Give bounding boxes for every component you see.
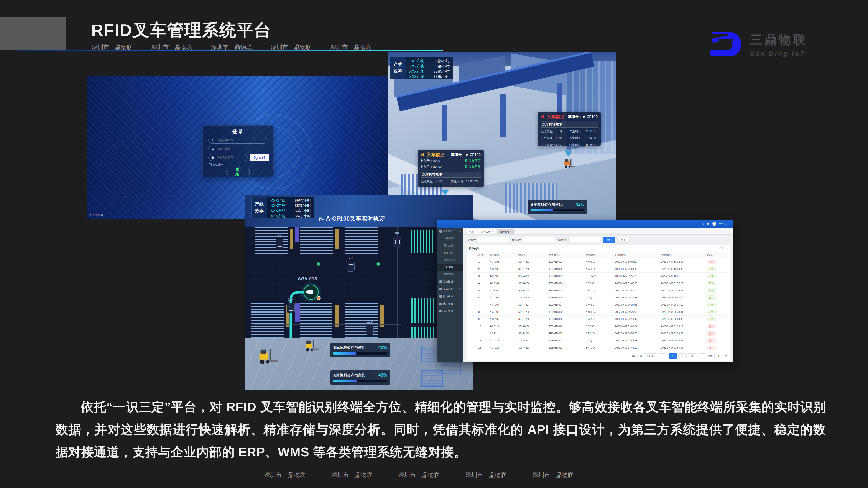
page-button[interactable]: 1 <box>669 353 677 359</box>
username-field[interactable] <box>208 137 267 143</box>
reset-button[interactable]: 重置 <box>617 237 629 243</box>
login-card: 登录 5y8H 记住密码 登录 <box>203 125 274 177</box>
table-row[interactable]: 3 A-CF103 SD-R4203 E280116003 B库位-03 202… <box>469 273 728 280</box>
status-badge: 正常 <box>707 302 716 307</box>
close-icon[interactable]: × <box>510 231 512 233</box>
page-button[interactable]: 2 <box>678 353 687 359</box>
pin-icon <box>465 159 467 162</box>
sidebar-group[interactable]: 数据看板 ﹀ <box>437 293 463 300</box>
search-button[interactable]: 查询 <box>603 237 615 243</box>
page-size-select[interactable]: 10条/页 ▾ <box>644 353 657 359</box>
row-checkbox[interactable] <box>470 274 470 278</box>
chevron-down-icon: ﹀ <box>459 310 461 313</box>
password-input[interactable] <box>216 147 250 151</box>
captcha-field[interactable] <box>208 154 248 161</box>
path-node[interactable]: 70 <box>347 262 354 271</box>
watermark-link[interactable]: 深圳市三鼎物联 <box>398 471 439 480</box>
table-row[interactable]: 5 A-CF105 SD-R4205 E280116005 A库位-05 202… <box>469 287 728 294</box>
chevron-down-icon[interactable]: ▾ <box>729 223 731 225</box>
path-node[interactable]: 114 <box>287 303 295 313</box>
watermark-link[interactable]: 深圳市三鼎物联 <box>465 471 506 480</box>
remember-password[interactable]: 记住密码 <box>209 163 223 167</box>
row-checkbox[interactable] <box>470 332 470 335</box>
bell-icon[interactable] <box>707 222 710 226</box>
path-node[interactable]: 98 <box>276 239 283 249</box>
login-button[interactable]: 登录 <box>225 168 251 175</box>
path-node[interactable]: 60 <box>393 237 401 247</box>
row-checkbox[interactable] <box>470 311 470 314</box>
sidebar-subitem[interactable]: 参数配置 <box>437 271 463 278</box>
table-row[interactable]: 9 A-CF109 SD-R4209 E280116009 C库位-01 202… <box>469 316 728 323</box>
sidebar-subitem[interactable]: 设备总览 <box>437 235 463 242</box>
sidebar-subitem[interactable]: 标签管理 <box>437 249 463 256</box>
row-checkbox[interactable] <box>470 296 470 299</box>
tab[interactable]: 首页 <box>465 229 477 234</box>
agv-marker[interactable] <box>303 285 318 300</box>
row-checkbox[interactable] <box>470 318 470 321</box>
chevron-down-icon: ﹀ <box>459 302 461 305</box>
captcha-input[interactable] <box>216 156 250 159</box>
prev-page-button[interactable]: ‹ <box>659 353 667 359</box>
occupancy-value: 42% <box>576 202 584 207</box>
sidebar-group[interactable]: 统计报表 ﹀ <box>437 300 463 307</box>
sidebar-group[interactable]: 叉车档案 ﹀ <box>437 285 463 293</box>
filter-truck-input[interactable] <box>477 237 510 242</box>
page-title: RFID叉车管理系统平台 <box>91 19 271 42</box>
row-checkbox[interactable] <box>470 289 470 292</box>
row-checkbox[interactable] <box>470 303 470 306</box>
track-location-link[interactable]: 位置跟踪 <box>465 158 480 164</box>
table-row[interactable]: 1 A-CF101 SD-R4201 E280116001 A库位-01 202… <box>469 258 728 265</box>
table-row[interactable]: 11 A-CF111 SD-R4211 E280116011 A库位-04 20… <box>469 330 728 337</box>
watermark-link[interactable]: 深圳市三鼎物联 <box>331 471 372 480</box>
occupancy-progressbar <box>531 209 584 212</box>
row-checkbox[interactable] <box>470 282 470 285</box>
table-row[interactable]: 7 A-CF107 SD-R4207 E280116007 B库位-04 202… <box>469 301 728 308</box>
sidebar-group[interactable]: 基础数据 ﹀ <box>437 278 463 285</box>
pin-icon <box>465 165 467 168</box>
forklift-info-card-red: 叉车信息 车牌号：A-CF100 叉车周转效率 叉取总量：48箱作业时间：12:… <box>538 112 601 146</box>
select-all-checkbox[interactable] <box>470 253 470 256</box>
row-checkbox[interactable] <box>470 260 470 263</box>
tab[interactable]: 识别记录× <box>497 229 515 234</box>
pagination: 共 128 条 10条/页 ▾ ‹ 123 › 前往 页 <box>469 351 728 360</box>
goto-page-input[interactable] <box>714 353 723 359</box>
filter-tag-input[interactable] <box>523 237 555 242</box>
next-page-button[interactable]: › <box>698 353 706 359</box>
line-efficiency-panel: 产线效率 XXX产线55箱/小时 XXX产线55箱/小时 XXX产线55箱/小时… <box>390 57 453 79</box>
path-node[interactable]: 178 <box>366 325 374 335</box>
close-icon[interactable]: × <box>492 231 493 233</box>
table-row[interactable]: 12 A-CF112 SD-R4212 E280116012 C库位-03 20… <box>469 337 728 344</box>
remember-checkbox[interactable] <box>209 163 212 166</box>
avatar[interactable] <box>712 222 716 226</box>
status-badge: 正常 <box>707 317 716 321</box>
table-row[interactable]: 13 A-CF113 SD-R4213 E280116013 B库位-05 20… <box>469 344 728 351</box>
sidebar-subitem[interactable]: 网关管理 <box>437 242 463 249</box>
password-field[interactable] <box>208 145 267 152</box>
row-checkbox[interactable] <box>470 339 470 342</box>
track-location-link[interactable]: 位置跟踪 <box>465 164 480 170</box>
captcha-image[interactable]: 5y8H <box>250 154 269 161</box>
fullscreen-icon[interactable] <box>701 222 704 226</box>
filter-time-input[interactable] <box>568 237 601 242</box>
table-row[interactable]: 4 A-CF104 SD-R4204 E280116004 B库位-01 202… <box>469 280 728 287</box>
tab[interactable]: 监控大屏× <box>478 229 496 234</box>
settings-icon[interactable] <box>725 247 727 250</box>
watermark-link[interactable]: 深圳市三鼎物联 <box>264 471 305 480</box>
row-checkbox[interactable] <box>470 325 470 328</box>
sidebar-group-devices[interactable]: 设备管理 ︿ <box>437 228 463 235</box>
topbar-username[interactable]: 管理员 <box>719 222 727 226</box>
username-input[interactable] <box>216 138 250 142</box>
table-row[interactable]: 2 A-CF102 SD-R4202 E280116002 A库位-02 202… <box>469 265 728 273</box>
table-row[interactable]: 10 A-CF110 SD-R4210 E280116010 B库位-02 20… <box>469 323 728 330</box>
sidebar-subitem[interactable]: 厂区配置 <box>437 263 463 271</box>
sidebar-group[interactable]: 系统管理 ﹀ <box>437 307 463 315</box>
page-button[interactable]: 3 <box>688 353 696 359</box>
row-checkbox[interactable] <box>470 267 470 270</box>
row-checkbox[interactable] <box>470 346 470 349</box>
refresh-icon[interactable] <box>720 247 723 250</box>
sidebar-subitem[interactable]: 读写器管理 <box>437 256 463 263</box>
table-row[interactable]: 6 A-CF106 SD-R4206 E280116006 C库位-02 202… <box>469 294 728 301</box>
table-row[interactable]: 8 A-CF108 SD-R4208 E280116008 A库位-03 202… <box>469 308 728 316</box>
watermark-link[interactable]: 深圳市三鼎物联 <box>532 471 574 480</box>
remember-label: 记住密码 <box>213 163 223 167</box>
